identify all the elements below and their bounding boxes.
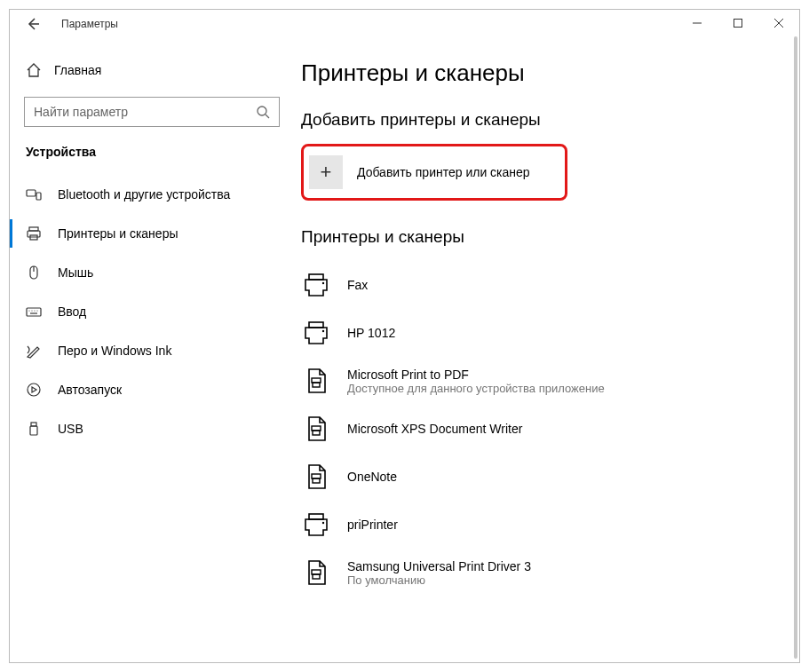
sidebar-item-mouse[interactable]: Мышь: [10, 253, 294, 292]
svg-point-4: [258, 107, 266, 115]
svg-rect-1: [734, 20, 742, 28]
sidebar-item-label: Мышь: [58, 265, 93, 280]
printer-item[interactable]: Fax: [301, 261, 799, 309]
back-button[interactable]: [20, 12, 45, 36]
svg-rect-35: [313, 574, 320, 579]
home-label: Главная: [54, 63, 101, 77]
document-icon: [301, 557, 331, 588]
svg-line-5: [266, 115, 269, 118]
mouse-icon: [26, 265, 42, 281]
search-icon: [256, 105, 270, 119]
close-button[interactable]: [758, 10, 799, 36]
printer-name: OneNote: [347, 470, 397, 484]
sidebar-item-label: Принтеры и сканеры: [58, 226, 178, 241]
printer-name: priPrinter: [347, 518, 398, 532]
printer-item[interactable]: priPrinter: [301, 501, 799, 549]
main-panel: Принтеры и сканеры Добавить принтеры и с…: [294, 38, 799, 662]
sidebar-item-label: Ввод: [58, 304, 86, 319]
printer-name: Microsoft XPS Document Writer: [347, 422, 522, 436]
printer-item[interactable]: Microsoft XPS Document Writer: [301, 405, 799, 453]
printer-subtitle: По умолчанию: [347, 573, 531, 587]
svg-rect-27: [313, 383, 320, 387]
sidebar-item-bluetooth[interactable]: Bluetooth и другие устройства: [10, 175, 294, 214]
sidebar: Главная Устройства Bluetooth и другие ус…: [10, 38, 294, 662]
svg-point-16: [34, 310, 35, 311]
maximize-button[interactable]: [718, 10, 758, 36]
printer-item[interactable]: OneNote: [301, 453, 799, 501]
document-icon: [301, 366, 331, 396]
sidebar-item-label: USB: [58, 422, 83, 436]
printer-name: HP 1012: [347, 326, 395, 340]
search-box[interactable]: [24, 97, 280, 127]
printer-icon: [301, 270, 331, 300]
svg-rect-21: [30, 426, 37, 435]
usb-icon: [26, 421, 42, 437]
sidebar-item-printers[interactable]: Принтеры и сканеры: [10, 214, 294, 253]
pen-icon: [26, 343, 42, 359]
printer-name: Samsung Universal Print Driver 3: [347, 559, 531, 573]
sidebar-item-autoplay[interactable]: Автозапуск: [10, 370, 294, 409]
autoplay-icon: [26, 382, 42, 398]
svg-rect-22: [309, 274, 323, 280]
printer-item[interactable]: HP 1012: [301, 309, 799, 357]
printer-icon: [26, 225, 42, 241]
printer-icon: [301, 510, 331, 540]
svg-point-19: [28, 383, 40, 396]
sidebar-item-label: Перо и Windows Ink: [58, 344, 171, 358]
svg-rect-30: [312, 474, 321, 478]
sidebar-item-usb[interactable]: USB: [10, 409, 294, 448]
svg-rect-28: [312, 426, 321, 431]
svg-point-17: [36, 310, 37, 311]
printer-subtitle: Доступное для данного устройства приложе…: [347, 382, 605, 395]
titlebar: Параметры: [10, 10, 799, 38]
home-icon: [26, 62, 42, 78]
svg-point-33: [322, 522, 324, 524]
minimize-button[interactable]: [677, 10, 718, 36]
add-printer-button[interactable]: + Добавить принтер или сканер: [309, 152, 559, 193]
svg-rect-31: [313, 478, 320, 483]
printer-item[interactable]: Samsung Universal Print Driver 3 По умол…: [301, 549, 799, 597]
printer-list: Fax HP 1012 Microsoft Pr: [301, 261, 799, 597]
sidebar-item-label: Автозапуск: [58, 383, 122, 397]
svg-point-14: [28, 310, 29, 311]
sidebar-section-title: Устройства: [10, 145, 294, 159]
svg-rect-6: [27, 190, 36, 196]
sidebar-item-typing[interactable]: Ввод: [10, 292, 294, 331]
bluetooth-icon: [26, 186, 42, 202]
document-icon: [301, 414, 331, 444]
svg-point-25: [322, 330, 324, 332]
highlight-box: + Добавить принтер или сканер: [301, 144, 567, 201]
window-title: Параметры: [61, 18, 118, 30]
page-title: Принтеры и сканеры: [301, 59, 799, 87]
svg-rect-29: [313, 431, 320, 435]
svg-rect-8: [29, 227, 38, 231]
scrollbar[interactable]: [794, 36, 797, 659]
list-section-title: Принтеры и сканеры: [301, 227, 799, 247]
svg-rect-24: [309, 322, 323, 328]
home-link[interactable]: Главная: [10, 54, 294, 86]
sidebar-item-label: Bluetooth и другие устройства: [58, 187, 230, 202]
svg-point-15: [31, 310, 32, 311]
svg-rect-13: [27, 308, 41, 316]
printer-icon: [301, 318, 331, 348]
svg-rect-32: [309, 514, 323, 519]
printer-name: Fax: [347, 278, 368, 292]
svg-rect-20: [31, 423, 36, 426]
keyboard-icon: [26, 304, 42, 320]
plus-icon: +: [309, 155, 343, 189]
settings-window: Параметры Главная Устройства: [9, 9, 800, 663]
search-input[interactable]: [34, 105, 256, 119]
sidebar-item-pen[interactable]: Перо и Windows Ink: [10, 331, 294, 370]
svg-rect-7: [36, 193, 41, 200]
add-button-label: Добавить принтер или сканер: [357, 165, 530, 179]
document-icon: [301, 462, 331, 492]
printer-item[interactable]: Microsoft Print to PDF Доступное для дан…: [301, 357, 799, 405]
svg-rect-34: [312, 570, 321, 574]
svg-point-23: [322, 282, 324, 284]
add-section-title: Добавить принтеры и сканеры: [301, 110, 799, 130]
svg-rect-26: [312, 378, 321, 383]
printer-name: Microsoft Print to PDF: [347, 368, 605, 382]
svg-rect-9: [28, 231, 40, 237]
